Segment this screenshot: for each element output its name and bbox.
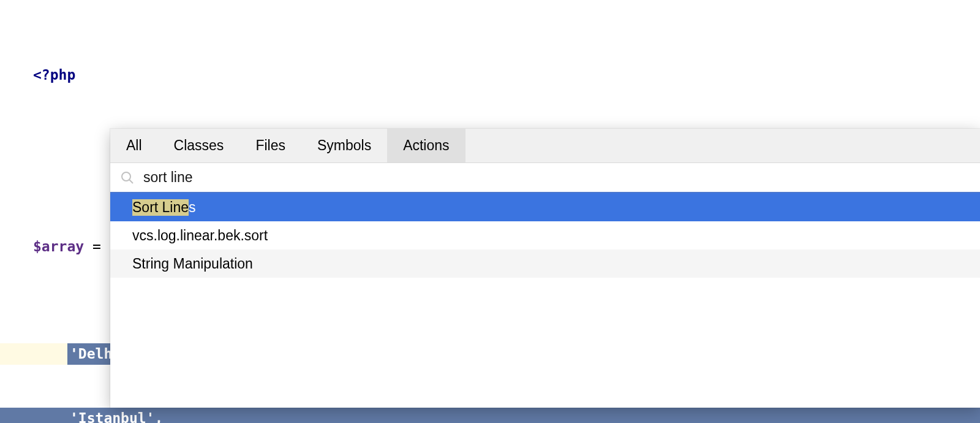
result-section-string-manipulation[interactable]: String Manipulation xyxy=(110,250,980,278)
code-line-selected: 'Istanbul', xyxy=(0,408,980,423)
popup-empty-area xyxy=(110,278,980,408)
search-everywhere-popup: All Classes Files Symbols Actions Sort L… xyxy=(110,129,980,408)
search-input[interactable] xyxy=(143,169,511,186)
php-string: 'Istanbul', xyxy=(70,408,163,423)
results-list: Sort Lines vcs.log.linear.bek.sort Strin… xyxy=(110,193,980,278)
tab-actions[interactable]: Actions xyxy=(387,129,465,162)
tab-classes[interactable]: Classes xyxy=(158,129,240,162)
search-row xyxy=(110,163,980,193)
result-highlight: Sort Line xyxy=(132,199,189,216)
svg-point-0 xyxy=(122,172,130,181)
tab-files[interactable]: Files xyxy=(239,129,301,162)
tab-symbols[interactable]: Symbols xyxy=(301,129,387,162)
search-icon xyxy=(120,170,135,185)
section-label: String Manipulation xyxy=(132,256,253,272)
result-suffix: s xyxy=(189,199,196,216)
svg-line-1 xyxy=(129,180,133,183)
popup-tabs: All Classes Files Symbols Actions xyxy=(110,129,980,163)
code-line: <?php xyxy=(0,64,980,86)
result-label: vcs.log.linear.bek.sort xyxy=(132,227,268,244)
result-vcs-log-sort[interactable]: vcs.log.linear.bek.sort xyxy=(110,221,980,250)
result-sort-lines[interactable]: Sort Lines xyxy=(110,193,980,221)
tab-all[interactable]: All xyxy=(110,129,158,162)
php-variable: $array xyxy=(33,236,84,257)
php-open-tag: <?php xyxy=(33,64,75,86)
